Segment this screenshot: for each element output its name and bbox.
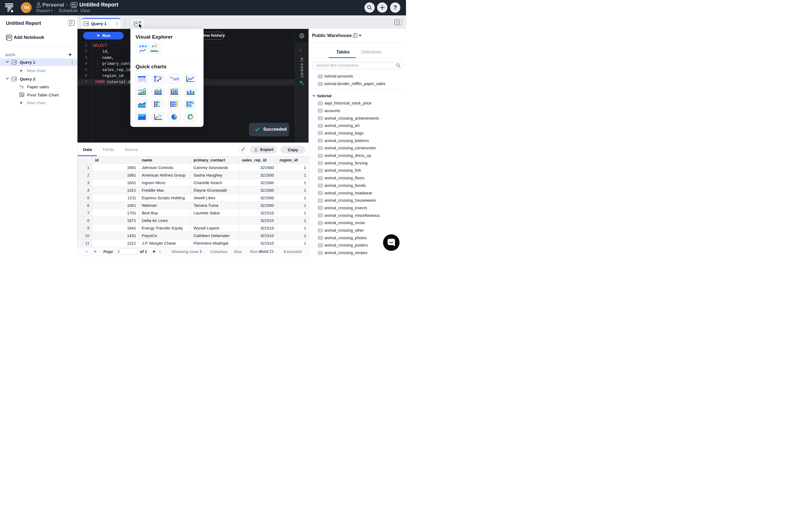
svg-text:2: 2 <box>22 85 24 89</box>
svg-text:123: 123 <box>173 77 179 81</box>
